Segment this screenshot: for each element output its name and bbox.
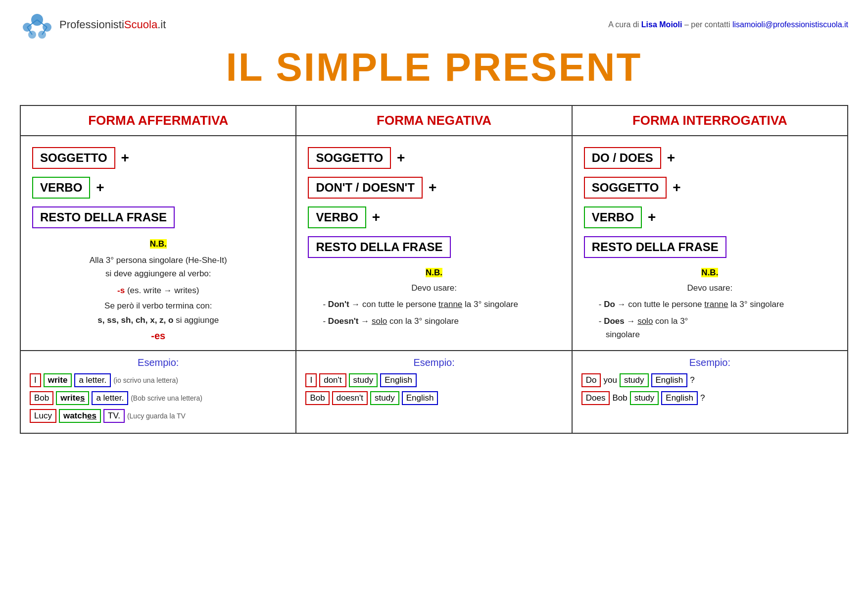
box-soggetto-neg: SOGGETTO xyxy=(308,147,391,169)
word-aletter-aff2: a letter. xyxy=(92,391,128,405)
box-resto-int: RESTO DELLA FRASE xyxy=(584,236,726,258)
box-dont-neg: DON'T / DOESN'T xyxy=(308,177,422,199)
grammar-table: FORMA AFFERMATIVA FORMA NEGATIVA FORMA I… xyxy=(20,105,848,434)
logo-icon xyxy=(20,10,54,40)
nb-affermativa: N.B. Alla 3° persona singolare (He-She-I… xyxy=(32,237,284,344)
word-watches-aff3: watches xyxy=(59,409,101,423)
word-writes-aff2: writes xyxy=(56,391,89,405)
contact-prefix: A cura di xyxy=(608,20,641,29)
esempio-row-int-2: Does Bob study English ? xyxy=(581,391,838,405)
note-aff2: (Bob scrive una lettera) xyxy=(131,394,202,402)
word-english-int2: English xyxy=(661,391,698,405)
header-interrogativa: FORMA INTERROGATIVA xyxy=(572,105,848,136)
logo-colored: Scuola xyxy=(124,18,157,31)
contact-name: Lisa Moioli xyxy=(641,20,682,29)
word-Bob-int2: Bob xyxy=(612,393,627,403)
note-aff1: (io scrivo una lettera) xyxy=(113,376,178,384)
nb-points-neg: - Don't → con tutte le persone tranne la… xyxy=(308,298,560,327)
nb-intro-neg: Devo usare: xyxy=(308,281,560,295)
esempio-header-neg: Esempio: xyxy=(305,357,562,368)
nb-rule1-aff: -s (es. write → writes) xyxy=(32,284,284,297)
nb-intro-int: Devo usare: xyxy=(584,281,836,295)
box-verbo-int: VERBO xyxy=(584,206,642,228)
box-verbo-neg: VERBO xyxy=(308,206,366,228)
word-q1-int1: ? xyxy=(690,375,694,385)
nb-rule2-aff: Se però il verbo termina con: xyxy=(32,299,284,312)
word-dont-neg1: don't xyxy=(319,373,346,387)
word-Do-int1: Do xyxy=(581,373,601,387)
word-english-int1: English xyxy=(651,373,688,387)
nb-label-neg: N.B. xyxy=(426,268,442,277)
word-q2-int2: ? xyxy=(700,393,705,403)
esempio-header-aff: Esempio: xyxy=(30,357,287,368)
logo-text: ProfessionistiScuola.it xyxy=(59,18,166,31)
esempio-affermativa: Esempio: I write a letter. (io scrivo un… xyxy=(20,351,296,433)
word-Bob-neg2: Bob xyxy=(305,391,329,405)
word-Lucy-aff3: Lucy xyxy=(30,409,56,423)
nb-text-aff: Alla 3° persona singolare (He-She-It)si … xyxy=(32,254,284,280)
contact-sep: – per contatti xyxy=(682,20,732,29)
word-I-neg1: I xyxy=(305,373,317,387)
esempio-row-aff-1: I write a letter. (io scrivo una lettera… xyxy=(30,373,287,387)
logo-area: ProfessionistiScuola.it xyxy=(20,10,166,40)
word-study-int1: study xyxy=(620,373,649,387)
box-dodoes-int: DO / DOES xyxy=(584,147,661,169)
esempio-interrogativa: Esempio: Do you study English ? Does Bob… xyxy=(572,351,848,433)
esempio-row-aff-3: Lucy watches TV. (Lucy guarda la TV xyxy=(30,409,287,423)
box-resto-neg: RESTO DELLA FRASE xyxy=(308,236,450,258)
esempio-row-neg-2: Bob doesn't study English xyxy=(305,391,562,405)
word-english-neg2: English xyxy=(402,391,438,405)
word-doesnt-neg2: doesn't xyxy=(332,391,368,405)
logo-normal: Professionisti xyxy=(59,18,124,31)
word-Does-int2: Does xyxy=(581,391,610,405)
nb-negativa: N.B. Devo usare: - Don't → con tutte le … xyxy=(308,266,560,328)
contact-email: lisamoioli@professionistiscuola.it xyxy=(732,20,848,29)
box-soggetto-aff: SOGGETTO xyxy=(32,147,115,169)
word-write-aff1: write xyxy=(44,373,72,387)
word-TV-aff3: TV. xyxy=(103,409,125,423)
nb-points-int: - Do → con tutte le persone tranne la 3°… xyxy=(584,298,836,341)
header-negativa: FORMA NEGATIVA xyxy=(296,105,572,136)
nb-rule3-aff: s, ss, sh, ch, x, z, o si aggiunge xyxy=(32,313,284,327)
nb-interrogativa: N.B. Devo usare: - Do → con tutte le per… xyxy=(584,266,836,341)
box-verbo-aff: VERBO xyxy=(32,177,90,199)
logo-domain: .it xyxy=(157,18,166,31)
contact-info: A cura di Lisa Moioli – per contatti lis… xyxy=(608,20,848,29)
word-study-neg2: study xyxy=(370,391,399,405)
nb-rule4-aff: -es xyxy=(32,328,284,344)
word-study-neg1: study xyxy=(349,373,378,387)
nb-label-int: N.B. xyxy=(701,268,718,277)
page-title: IL SIMPLE PRESENT xyxy=(20,45,848,90)
formula-negativa: SOGGETTO + DON'T / DOESN'T + VERBO + RES… xyxy=(296,136,572,351)
esempio-negativa: Esempio: I don't study English Bob doesn… xyxy=(296,351,572,433)
word-english-neg1: English xyxy=(380,373,417,387)
formula-affermativa: SOGGETTO + VERBO + RESTO DELLA FRASE N.B… xyxy=(20,136,296,351)
note-aff3: (Lucy guarda la TV xyxy=(127,412,186,420)
word-study-int2: study xyxy=(630,391,659,405)
esempio-header-int: Esempio: xyxy=(581,357,838,368)
word-Bob-aff2: Bob xyxy=(30,391,53,405)
header-affermativa: FORMA AFFERMATIVA xyxy=(20,105,296,136)
nb-label-aff: N.B. xyxy=(150,239,167,249)
word-I-aff1: I xyxy=(30,373,41,387)
box-resto-aff: RESTO DELLA FRASE xyxy=(32,206,175,228)
word-aletter-aff1: a letter. xyxy=(74,373,111,387)
box-soggetto-int: SOGGETTO xyxy=(584,177,667,199)
formula-interrogativa: DO / DOES + SOGGETTO + VERBO + RESTO DEL… xyxy=(572,136,848,351)
page-header: ProfessionistiScuola.it A cura di Lisa M… xyxy=(20,10,848,40)
esempio-row-neg-1: I don't study English xyxy=(305,373,562,387)
esempio-row-aff-2: Bob writes a letter. (Bob scrive una let… xyxy=(30,391,287,405)
esempio-row-int-1: Do you study English ? xyxy=(581,373,838,387)
word-you-int1: you xyxy=(603,375,617,385)
